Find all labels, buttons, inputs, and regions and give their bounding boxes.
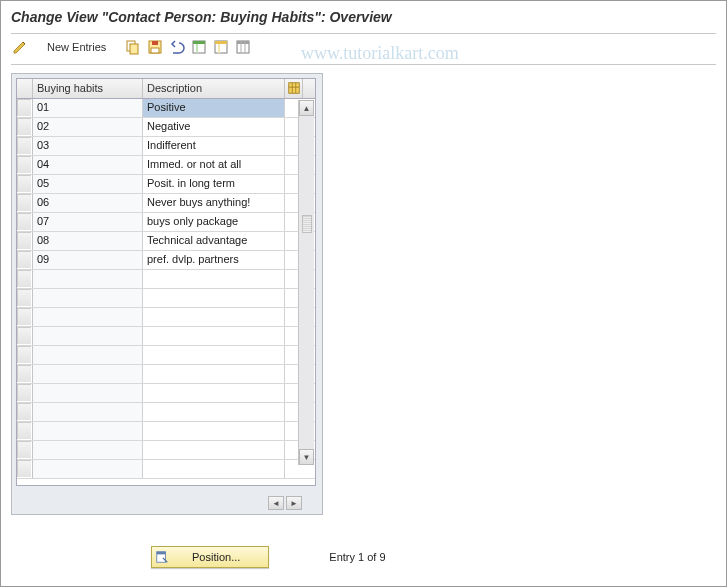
row-selector[interactable] <box>17 99 33 117</box>
cell-code[interactable] <box>33 308 143 326</box>
cell-description[interactable] <box>143 308 285 326</box>
new-entries-button[interactable]: New Entries <box>41 39 112 55</box>
cell-code[interactable]: 03 <box>33 137 143 155</box>
cell-code[interactable] <box>33 346 143 364</box>
cell-description[interactable] <box>143 365 285 383</box>
cell-code[interactable]: 02 <box>33 118 143 136</box>
position-label: Position... <box>172 551 268 563</box>
table-row <box>17 327 315 346</box>
cell-description[interactable]: Never buys anything! <box>143 194 285 212</box>
scroll-right-icon[interactable]: ► <box>286 496 302 510</box>
deselect-all-icon[interactable] <box>212 38 230 56</box>
row-selector[interactable] <box>17 232 33 250</box>
footer: Position... Entry 1 of 9 <box>1 546 726 568</box>
data-table: Buying habits Description 01Positive02Ne… <box>16 78 316 486</box>
column-header-description[interactable]: Description <box>143 79 285 98</box>
row-selector[interactable] <box>17 460 33 478</box>
cell-code[interactable]: 05 <box>33 175 143 193</box>
svg-rect-1 <box>130 44 138 54</box>
table-body: 01Positive02Negative03Indifferent04Immed… <box>17 99 315 479</box>
row-selector[interactable] <box>17 156 33 174</box>
cell-description[interactable]: pref. dvlp. partners <box>143 251 285 269</box>
cell-code[interactable]: 06 <box>33 194 143 212</box>
cell-code[interactable] <box>33 403 143 421</box>
cell-description[interactable] <box>143 346 285 364</box>
vertical-scrollbar[interactable]: ▲ ▼ <box>298 100 314 465</box>
cell-code[interactable] <box>33 327 143 345</box>
svg-rect-7 <box>196 44 198 53</box>
cell-description[interactable] <box>143 403 285 421</box>
cell-code[interactable] <box>33 441 143 459</box>
table-row: 04Immed. or not at all <box>17 156 315 175</box>
scroll-up-icon[interactable]: ▲ <box>299 100 314 116</box>
cell-code[interactable]: 01 <box>33 99 143 117</box>
cell-code[interactable] <box>33 365 143 383</box>
cell-code[interactable]: 09 <box>33 251 143 269</box>
cell-description[interactable]: Immed. or not at all <box>143 156 285 174</box>
svg-rect-10 <box>218 44 220 53</box>
row-selector[interactable] <box>17 384 33 402</box>
cell-code[interactable] <box>33 289 143 307</box>
row-selector[interactable] <box>17 441 33 459</box>
cell-description[interactable]: Indifferent <box>143 137 285 155</box>
cell-description[interactable] <box>143 289 285 307</box>
row-selector[interactable] <box>17 118 33 136</box>
scroll-left-icon[interactable]: ◄ <box>268 496 284 510</box>
table-row <box>17 308 315 327</box>
table-panel: Buying habits Description 01Positive02Ne… <box>11 73 323 515</box>
divider <box>11 64 716 65</box>
scroll-thumb[interactable] <box>302 215 312 233</box>
row-selector[interactable] <box>17 346 33 364</box>
scroll-track[interactable] <box>299 116 314 449</box>
cell-description[interactable]: Positive <box>143 99 285 117</box>
cell-description[interactable] <box>143 441 285 459</box>
copy-icon[interactable] <box>124 38 142 56</box>
row-selector[interactable] <box>17 327 33 345</box>
save-icon[interactable] <box>146 38 164 56</box>
cell-description[interactable] <box>143 460 285 478</box>
row-selector[interactable] <box>17 422 33 440</box>
row-selector[interactable] <box>17 308 33 326</box>
row-selector[interactable] <box>17 137 33 155</box>
row-selector[interactable] <box>17 289 33 307</box>
cell-code[interactable]: 07 <box>33 213 143 231</box>
cell-description[interactable] <box>143 422 285 440</box>
position-button[interactable]: Position... <box>151 546 269 568</box>
row-selector[interactable] <box>17 175 33 193</box>
undo-icon[interactable] <box>168 38 186 56</box>
cell-description[interactable] <box>143 384 285 402</box>
horizontal-scrollbar[interactable]: ◄ ► <box>268 496 302 510</box>
row-selector[interactable] <box>17 270 33 288</box>
cell-code[interactable]: 08 <box>33 232 143 250</box>
table-header: Buying habits Description <box>17 79 315 99</box>
select-all-icon[interactable] <box>190 38 208 56</box>
table-settings-icon[interactable] <box>234 38 252 56</box>
row-selector[interactable] <box>17 213 33 231</box>
cell-description[interactable]: Technical advantage <box>143 232 285 250</box>
cell-code[interactable]: 04 <box>33 156 143 174</box>
select-column-header[interactable] <box>17 79 33 98</box>
scroll-down-icon[interactable]: ▼ <box>299 449 314 465</box>
cell-code[interactable] <box>33 384 143 402</box>
row-selector[interactable] <box>17 251 33 269</box>
toggle-display-icon[interactable] <box>11 38 29 56</box>
table-row <box>17 365 315 384</box>
cell-description[interactable]: buys only package <box>143 213 285 231</box>
cell-code[interactable] <box>33 422 143 440</box>
cell-description[interactable]: Posit. in long term <box>143 175 285 193</box>
cell-description[interactable] <box>143 270 285 288</box>
row-selector[interactable] <box>17 365 33 383</box>
table-config-icon[interactable] <box>285 79 303 98</box>
cell-code[interactable] <box>33 270 143 288</box>
cell-description[interactable] <box>143 327 285 345</box>
cell-code[interactable] <box>33 460 143 478</box>
table-row: 06Never buys anything! <box>17 194 315 213</box>
table-row <box>17 289 315 308</box>
svg-rect-20 <box>157 552 166 555</box>
column-header-code[interactable]: Buying habits <box>33 79 143 98</box>
page-title: Change View "Contact Person: Buying Habi… <box>1 1 726 31</box>
table-row <box>17 422 315 441</box>
cell-description[interactable]: Negative <box>143 118 285 136</box>
row-selector[interactable] <box>17 194 33 212</box>
row-selector[interactable] <box>17 403 33 421</box>
